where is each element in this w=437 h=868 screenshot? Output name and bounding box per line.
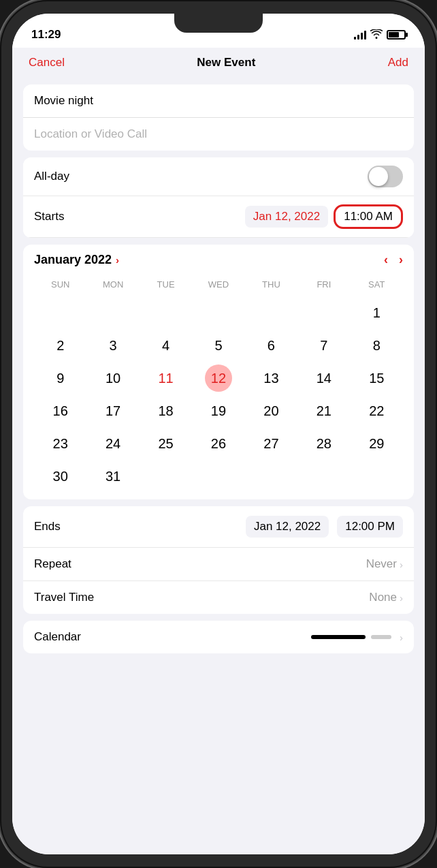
ends-label: Ends (34, 520, 102, 533)
day-header-thu: THU (245, 277, 297, 292)
day-29[interactable]: 29 (351, 429, 403, 459)
day-1[interactable]: 1 (351, 298, 403, 328)
day-31[interactable]: 31 (86, 461, 139, 491)
event-title-card: Movie night Location or Video Call (23, 84, 414, 151)
day-24[interactable]: 24 (86, 429, 139, 459)
day-6[interactable]: 6 (245, 330, 297, 360)
day-cell (245, 298, 297, 328)
day-header-wed: WED (192, 277, 244, 292)
travel-time-row[interactable]: Travel Time None › (23, 581, 414, 614)
toggle-thumb (369, 167, 388, 186)
starts-row: Starts Jan 12, 2022 11:00 AM (23, 196, 414, 238)
travel-time-right: None › (369, 591, 403, 604)
all-day-row: All-day (23, 157, 414, 196)
day-23[interactable]: 23 (34, 429, 86, 459)
day-28[interactable]: 28 (297, 429, 350, 459)
calendar-day-headers: SUN MON TUE WED THU FRI SAT (34, 277, 403, 292)
ends-right: Jan 12, 2022 12:00 PM (246, 516, 403, 538)
signal-bars-icon (354, 30, 366, 40)
calendar-next-button[interactable]: › (399, 253, 403, 267)
calendar-month: January 2022 › (34, 253, 119, 267)
calendar-bottom-card: Calendar › (23, 621, 414, 653)
day-26[interactable]: 26 (192, 429, 244, 459)
day-30[interactable]: 30 (34, 461, 86, 491)
starts-date-pill[interactable]: Jan 12, 2022 (245, 206, 328, 228)
calendar-row-label: Calendar (34, 630, 102, 644)
calendar-row-chevron-icon: › (400, 632, 403, 643)
wifi-icon (370, 29, 383, 41)
day-cell (297, 298, 350, 328)
repeat-row[interactable]: Repeat Never › (23, 548, 414, 581)
day-5[interactable]: 5 (192, 330, 244, 360)
ends-time-pill[interactable]: 12:00 PM (337, 516, 403, 538)
calendar-color-bar-2 (371, 635, 391, 639)
ends-date-pill[interactable]: Jan 12, 2022 (246, 516, 329, 538)
title-input[interactable]: Movie night (23, 84, 414, 118)
ends-row: Ends Jan 12, 2022 12:00 PM (23, 506, 414, 548)
repeat-right: Never › (366, 557, 403, 571)
day-cell (140, 298, 192, 328)
bottom-rows-card: Ends Jan 12, 2022 12:00 PM Repeat Never … (23, 506, 414, 614)
nav-bar: Cancel New Event Add (12, 48, 425, 78)
day-2[interactable]: 2 (34, 330, 86, 360)
all-day-toggle[interactable] (368, 166, 403, 187)
page-title: New Event (197, 56, 255, 69)
day-9[interactable]: 9 (34, 363, 86, 393)
day-25[interactable]: 25 (140, 429, 192, 459)
day-22[interactable]: 22 (351, 396, 403, 426)
day-14[interactable]: 14 (297, 363, 350, 393)
repeat-value: Never (366, 557, 397, 571)
repeat-chevron-icon: › (400, 559, 403, 570)
calendar-prev-button[interactable]: ‹ (384, 253, 388, 267)
day-header-tue: TUE (140, 277, 192, 292)
repeat-label: Repeat (34, 557, 102, 571)
day-header-fri: FRI (297, 277, 350, 292)
day-cell (34, 298, 86, 328)
day-17[interactable]: 17 (86, 396, 139, 426)
calendar-nav: ‹ › (384, 253, 403, 267)
day-13[interactable]: 13 (245, 363, 297, 393)
day-19[interactable]: 19 (192, 396, 244, 426)
day-11[interactable]: 11 (140, 363, 192, 393)
day-20[interactable]: 20 (245, 396, 297, 426)
day-8[interactable]: 8 (351, 330, 403, 360)
day-12-today[interactable]: 12 (192, 363, 244, 393)
day-4[interactable]: 4 (140, 330, 192, 360)
day-15[interactable]: 15 (351, 363, 403, 393)
calendar-header: January 2022 › ‹ › (34, 253, 403, 267)
day-header-sun: SUN (34, 277, 86, 292)
status-time: 11:29 (31, 28, 61, 42)
day-cell (86, 298, 139, 328)
datetime-card: All-day Starts Jan 12, 2022 11:00 AM (23, 157, 414, 238)
day-3[interactable]: 3 (86, 330, 139, 360)
location-input[interactable]: Location or Video Call (23, 118, 414, 151)
day-header-mon: MON (86, 277, 139, 292)
cancel-button[interactable]: Cancel (29, 56, 65, 69)
calendar-month-label: January 2022 (34, 253, 112, 267)
calendar-days-grid: 1 2 3 4 5 6 7 8 9 10 11 12 13 (34, 298, 403, 491)
day-cell (351, 461, 403, 491)
day-21[interactable]: 21 (297, 396, 350, 426)
starts-label: Starts (34, 210, 82, 223)
day-cell (245, 461, 297, 491)
day-7[interactable]: 7 (297, 330, 350, 360)
calendar-month-chevron-icon[interactable]: › (116, 254, 119, 266)
day-27[interactable]: 27 (245, 429, 297, 459)
day-cell (192, 461, 244, 491)
travel-time-label: Travel Time (34, 591, 102, 604)
calendar-row-right: › (311, 632, 403, 643)
day-18[interactable]: 18 (140, 396, 192, 426)
add-button[interactable]: Add (388, 56, 408, 69)
travel-time-chevron-icon: › (400, 592, 403, 604)
day-16[interactable]: 16 (34, 396, 86, 426)
day-10[interactable]: 10 (86, 363, 139, 393)
starts-time-pill[interactable]: 11:00 AM (334, 204, 403, 229)
calendar-color-bar (311, 635, 366, 639)
day-cell (297, 461, 350, 491)
travel-time-value: None (369, 591, 397, 604)
all-day-label: All-day (34, 170, 69, 183)
calendar-row[interactable]: Calendar › (23, 621, 414, 653)
day-cell (140, 461, 192, 491)
battery-icon (387, 30, 406, 40)
day-header-sat: SAT (351, 277, 403, 292)
